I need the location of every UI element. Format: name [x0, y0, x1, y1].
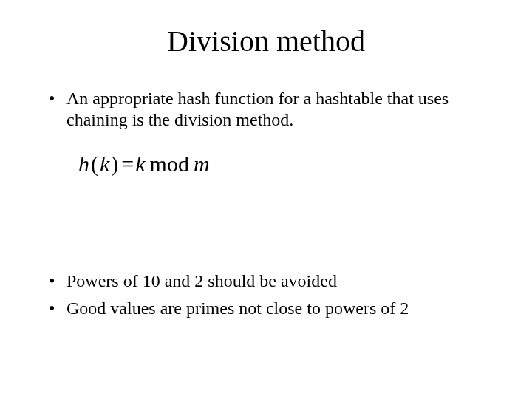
slide: Division method An appropriate hash func…: [0, 0, 532, 399]
formula-arg: k: [100, 151, 109, 176]
list-item: Good values are primes not close to powe…: [44, 298, 488, 319]
lower-block: Powers of 10 and 2 should be avoided Goo…: [44, 270, 488, 325]
formula-function: h: [78, 151, 89, 176]
bullet-list-top: An appropriate hash function for a hasht…: [44, 88, 488, 131]
formula-operator: mod: [146, 151, 194, 176]
formula: h(k)=kmodm: [78, 151, 488, 177]
open-paren: (: [89, 151, 100, 176]
slide-title: Division method: [44, 24, 488, 58]
list-item: An appropriate hash function for a hasht…: [44, 88, 488, 131]
close-paren: ): [109, 151, 120, 176]
list-item: Powers of 10 and 2 should be avoided: [44, 270, 488, 292]
bullet-list-bottom: Powers of 10 and 2 should be avoided Goo…: [44, 270, 488, 319]
formula-rhs-right: m: [194, 151, 210, 176]
formula-rhs-left: k: [135, 151, 145, 176]
equals-sign: =: [120, 151, 135, 176]
